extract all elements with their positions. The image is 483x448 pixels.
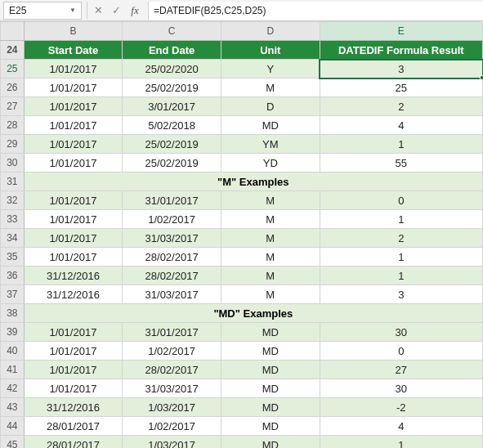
row-header[interactable]: 38 xyxy=(1,304,25,323)
fill-handle[interactable] xyxy=(480,75,483,80)
column-title[interactable]: End Date xyxy=(123,41,221,60)
cell[interactable]: MD xyxy=(221,342,320,361)
cell[interactable]: 2 xyxy=(320,97,482,116)
col-header-D[interactable]: D xyxy=(221,22,320,41)
formula-input[interactable]: =DATEDIF(B25,C25,D25) xyxy=(148,2,483,20)
cell[interactable]: MD xyxy=(221,417,320,436)
cell[interactable]: M xyxy=(221,78,320,97)
cell[interactable]: 31/12/2016 xyxy=(24,285,123,304)
cell[interactable]: M xyxy=(221,267,320,285)
cell[interactable]: 1 xyxy=(320,267,482,285)
row-header[interactable]: 42 xyxy=(1,379,25,398)
cell[interactable]: MD xyxy=(221,436,320,449)
cell[interactable]: 28/02/2017 xyxy=(123,267,221,285)
cell[interactable]: 0 xyxy=(320,342,482,361)
dropdown-icon[interactable]: ▼ xyxy=(69,7,76,14)
cell[interactable]: 1 xyxy=(320,248,482,267)
cell[interactable]: D xyxy=(221,97,320,116)
cell[interactable]: 3 xyxy=(320,60,482,78)
cell[interactable]: 30 xyxy=(320,379,482,398)
column-title[interactable]: DATEDIF Formula Result xyxy=(320,41,482,60)
cell[interactable]: 31/01/2017 xyxy=(123,191,221,210)
row-header[interactable]: 36 xyxy=(1,267,25,285)
cell[interactable]: 1/03/2017 xyxy=(123,436,221,449)
cell[interactable]: 5/02/2018 xyxy=(123,116,221,135)
cell[interactable]: 31/01/2017 xyxy=(123,323,221,342)
cell[interactable]: 4 xyxy=(320,417,482,436)
cell[interactable]: M xyxy=(221,210,320,229)
row-header[interactable]: 35 xyxy=(1,248,25,267)
cell[interactable]: MD xyxy=(221,379,320,398)
cell[interactable]: M xyxy=(221,285,320,304)
cell[interactable]: 1/02/2017 xyxy=(123,417,221,436)
cell[interactable]: YD xyxy=(221,154,320,172)
cell[interactable]: 1/02/2017 xyxy=(123,210,221,229)
row-header[interactable]: 37 xyxy=(1,285,25,304)
cancel-icon[interactable]: ✕ xyxy=(89,2,107,20)
column-title[interactable]: Start Date xyxy=(24,41,123,60)
column-title[interactable]: Unit xyxy=(221,41,320,60)
cell[interactable]: 1 xyxy=(320,210,482,229)
section-heading[interactable]: "MD" Examples xyxy=(24,304,482,323)
select-all-corner[interactable] xyxy=(1,22,25,41)
cell[interactable]: 1/01/2017 xyxy=(24,248,123,267)
cell[interactable]: 1/03/2017 xyxy=(123,398,221,417)
col-header-E[interactable]: E xyxy=(320,22,482,41)
cell[interactable]: 28/01/2017 xyxy=(24,417,123,436)
cell[interactable]: MD xyxy=(221,398,320,417)
row-header[interactable]: 26 xyxy=(1,78,25,97)
cell[interactable]: 1 xyxy=(320,135,482,154)
cell[interactable]: 1/01/2017 xyxy=(24,361,123,379)
cell[interactable]: 28/01/2017 xyxy=(24,436,123,449)
row-header[interactable]: 28 xyxy=(1,116,25,135)
cell[interactable]: 1/01/2017 xyxy=(24,135,123,154)
cell[interactable]: 1/01/2017 xyxy=(24,116,123,135)
cell[interactable]: 1 xyxy=(320,436,482,449)
cell[interactable]: M xyxy=(221,229,320,248)
row-header[interactable]: 45 xyxy=(1,436,25,449)
cell[interactable]: 1/01/2017 xyxy=(24,154,123,172)
cell[interactable]: 28/02/2017 xyxy=(123,248,221,267)
cell[interactable]: 1/01/2017 xyxy=(24,323,123,342)
row-header[interactable]: 27 xyxy=(1,97,25,116)
cell[interactable]: 3 xyxy=(320,285,482,304)
cell[interactable]: 1/01/2017 xyxy=(24,210,123,229)
row-header[interactable]: 41 xyxy=(1,361,25,379)
cell[interactable]: 3/01/2017 xyxy=(123,97,221,116)
row-header[interactable]: 40 xyxy=(1,342,25,361)
row-header[interactable]: 29 xyxy=(1,135,25,154)
row-header[interactable]: 32 xyxy=(1,191,25,210)
row-header[interactable]: 34 xyxy=(1,229,25,248)
cell[interactable]: M xyxy=(221,191,320,210)
enter-icon[interactable]: ✓ xyxy=(107,2,125,20)
cell[interactable]: 25/02/2019 xyxy=(123,78,221,97)
cell[interactable]: 31/12/2016 xyxy=(24,267,123,285)
cell[interactable]: Y xyxy=(221,60,320,78)
cell[interactable]: 25/02/2020 xyxy=(123,60,221,78)
cell[interactable]: 25 xyxy=(320,78,482,97)
row-header[interactable]: 24 xyxy=(1,41,25,60)
cell[interactable]: 31/12/2016 xyxy=(24,398,123,417)
row-header[interactable]: 33 xyxy=(1,210,25,229)
cell[interactable]: 1/01/2017 xyxy=(24,97,123,116)
cell[interactable]: 1/01/2017 xyxy=(24,379,123,398)
row-header[interactable]: 31 xyxy=(1,172,25,191)
name-box[interactable]: E25 ▼ xyxy=(3,2,82,20)
cell[interactable]: 55 xyxy=(320,154,482,172)
cell[interactable]: 2 xyxy=(320,229,482,248)
cell[interactable]: 25/02/2019 xyxy=(123,154,221,172)
cell[interactable]: 1/02/2017 xyxy=(123,342,221,361)
cell[interactable]: MD xyxy=(221,323,320,342)
fx-icon[interactable]: fx xyxy=(125,4,145,17)
cell[interactable]: 25/02/2019 xyxy=(123,135,221,154)
cell[interactable]: 1/01/2017 xyxy=(24,191,123,210)
cell[interactable]: MD xyxy=(221,361,320,379)
cell[interactable]: 1/01/2017 xyxy=(24,342,123,361)
cell[interactable]: MD xyxy=(221,116,320,135)
cell[interactable]: 31/03/2017 xyxy=(123,229,221,248)
cell[interactable]: 1/01/2017 xyxy=(24,78,123,97)
cell[interactable]: 31/03/2017 xyxy=(123,285,221,304)
cell[interactable]: -2 xyxy=(320,398,482,417)
cell[interactable]: 4 xyxy=(320,116,482,135)
cell[interactable]: 30 xyxy=(320,323,482,342)
